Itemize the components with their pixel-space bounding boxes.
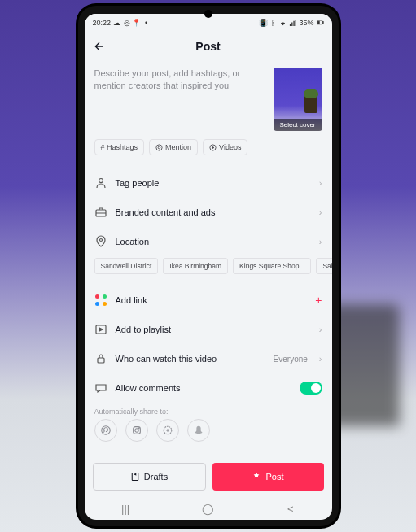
location-row[interactable]: Location › <box>85 227 332 256</box>
wifi-icon <box>279 20 287 27</box>
status-time: 20:22 <box>93 19 112 27</box>
hashtags-chip[interactable]: # Hashtags <box>94 139 145 155</box>
cover-label: Select cover <box>274 119 322 131</box>
svg-point-6 <box>99 179 103 183</box>
back-button[interactable] <box>85 32 114 61</box>
allow-comments-row: Allow comments <box>85 373 332 403</box>
drafts-button[interactable]: Drafts <box>93 463 206 491</box>
vibrate-icon: 📳 <box>260 20 267 27</box>
who-can-watch-row[interactable]: Who can watch this video Everyone › <box>85 344 332 373</box>
more-icon: • <box>142 20 150 27</box>
branded-content-row[interactable]: Branded content and ads › <box>85 198 332 227</box>
location-chip[interactable]: Ikea Birmingham <box>163 258 228 274</box>
bluetooth-icon: ᛒ <box>269 20 277 27</box>
share-instagram[interactable] <box>125 419 148 442</box>
videos-chip[interactable]: Videos <box>203 139 247 155</box>
content: Describe your post, add hashtags, or men… <box>85 61 332 458</box>
share-whatsapp[interactable] <box>94 419 117 442</box>
chevron-right-icon: › <box>319 207 322 217</box>
battery-icon <box>317 20 324 27</box>
location-suggestions: Sandwell District Ikea Birmingham Kings … <box>85 256 332 282</box>
lock-icon <box>94 352 107 365</box>
plus-icon: + <box>315 294 322 307</box>
signal-icon <box>289 20 296 27</box>
post-button[interactable]: Post <box>212 463 324 491</box>
home-button[interactable]: ◯ <box>198 503 217 515</box>
svg-point-14 <box>138 428 139 429</box>
comments-toggle[interactable] <box>300 382 322 395</box>
chevron-right-icon: › <box>319 237 322 246</box>
briefcase-icon <box>94 206 107 219</box>
location-pin-icon: 📍 <box>133 20 140 27</box>
svg-point-8 <box>99 239 102 242</box>
header: Post <box>85 32 332 61</box>
svg-rect-1 <box>322 22 323 24</box>
location-icon <box>94 235 107 248</box>
add-link-row[interactable]: Add link + <box>85 286 332 315</box>
svg-point-3 <box>156 144 162 150</box>
chevron-right-icon: › <box>319 178 322 188</box>
share-label: Automatically share to: <box>85 403 332 419</box>
privacy-value: Everyone <box>274 355 308 364</box>
comment-icon <box>94 382 107 395</box>
instagram-icon: ◎ <box>123 20 130 27</box>
android-navbar: ||| ◯ < <box>85 497 332 520</box>
page-title: Post <box>195 40 220 53</box>
add-playlist-row[interactable]: Add to playlist › <box>85 315 332 344</box>
phone-frame: 20:22 ☁ ◎ 📍 • 📳 ᛒ 35% <box>78 6 339 526</box>
location-chip[interactable]: Kings Square Shop... <box>233 258 311 274</box>
screen: 20:22 ☁ ◎ 📍 • 📳 ᛒ 35% <box>85 14 332 520</box>
bottom-actions: Drafts Post <box>85 458 332 497</box>
svg-point-4 <box>158 146 160 149</box>
person-icon <box>94 177 107 190</box>
link-dots-icon <box>94 294 107 307</box>
chevron-right-icon: › <box>319 325 322 334</box>
svg-point-13 <box>134 429 138 432</box>
share-stories[interactable] <box>156 419 179 442</box>
cloud-icon: ☁ <box>113 20 120 27</box>
svg-rect-10 <box>98 358 104 363</box>
cover-thumbnail[interactable]: Select cover <box>274 68 322 131</box>
camera-cutout <box>204 10 212 18</box>
recent-apps-button[interactable]: ||| <box>116 503 135 515</box>
playlist-icon <box>94 323 107 336</box>
location-chip[interactable]: Sandwell District <box>94 258 159 274</box>
location-chip[interactable]: Sainsb <box>316 258 331 274</box>
description-input[interactable]: Describe your post, add hashtags, or men… <box>94 68 265 131</box>
status-battery: 35% <box>299 19 313 27</box>
share-snapchat[interactable] <box>187 419 210 442</box>
back-nav-button[interactable]: < <box>281 503 300 515</box>
mention-chip[interactable]: Mention <box>149 139 198 155</box>
svg-rect-2 <box>317 22 319 24</box>
chevron-right-icon: › <box>319 354 322 364</box>
tag-people-row[interactable]: Tag people › <box>85 168 332 198</box>
